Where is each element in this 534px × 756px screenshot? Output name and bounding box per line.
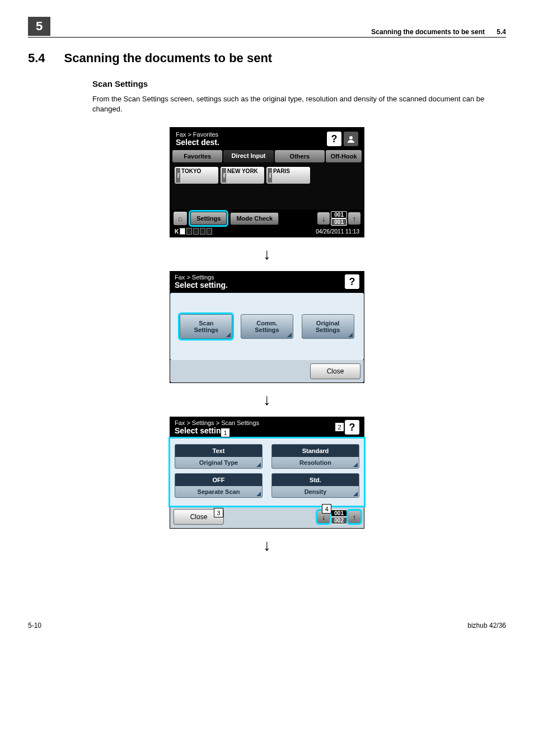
section-number: 5.4 <box>28 51 45 66</box>
close-button[interactable]: Close <box>310 363 360 379</box>
mem-top: 001 <box>331 510 347 517</box>
panel-heading: Select setting. <box>175 281 228 290</box>
comm-l2: Settings <box>255 326 279 333</box>
toner-status: K <box>175 228 212 235</box>
memory-counter: 001 001 <box>331 211 347 226</box>
arrow-down-icon: ↓ <box>263 245 271 263</box>
fax-tag-icon: fax <box>268 168 272 183</box>
help-icon[interactable]: ? <box>345 274 359 289</box>
mode-check-button[interactable]: Mode Check <box>230 212 279 225</box>
comm-settings-button[interactable]: Comm. Settings <box>241 314 293 339</box>
resolution-button[interactable]: Standard Resolution <box>271 444 359 469</box>
mem-bot: 002 <box>331 517 347 524</box>
density-button[interactable]: Std. Density <box>271 473 359 498</box>
toner-label: K <box>175 228 179 235</box>
chapter-badge: 5 <box>28 17 50 36</box>
panel-heading: Select dest. <box>176 138 219 147</box>
memory-counter: 001 002 <box>331 510 347 524</box>
favorite-paris[interactable]: fax PARIS <box>266 167 310 184</box>
favorite-newyork[interactable]: fax NEW YORK <box>221 167 264 184</box>
scan-l1: Scan <box>199 320 213 326</box>
help-icon[interactable]: ? <box>345 420 359 435</box>
tab-favorites[interactable]: Favorites <box>172 150 222 162</box>
page-down-icon[interactable]: ↓ <box>317 212 330 225</box>
fax-settings-panel: Fax > Settings Select setting. ? Scan Se… <box>170 271 364 383</box>
original-settings-button[interactable]: Original Settings <box>302 314 354 339</box>
callout-4: 4 <box>322 504 331 514</box>
model-name: bizhub 42/36 <box>467 622 506 629</box>
header-section: 5.4 <box>496 28 506 36</box>
breadcrumb: Fax > Settings > Scan Settings <box>175 419 259 426</box>
original-type-label: Original Type <box>175 457 262 468</box>
mem-bot: 001 <box>331 218 347 226</box>
home-icon[interactable]: ⌂ <box>174 212 187 225</box>
datetime: 04/26/2011 11:13 <box>316 228 359 235</box>
tab-off-hook[interactable]: Off-Hook <box>326 150 362 162</box>
help-icon[interactable]: ? <box>327 132 341 146</box>
comm-l1: Comm. <box>256 320 277 326</box>
body-text: From the Scan Settings screen, settings … <box>92 94 495 114</box>
favorite-tokyo[interactable]: fax TOKYO <box>175 167 218 184</box>
settings-button[interactable]: Settings <box>190 212 227 225</box>
breadcrumb: Fax > Favorites <box>176 131 219 138</box>
fax-tag-icon: fax <box>176 168 180 183</box>
orig-l1: Original <box>316 320 340 326</box>
scan-l2: Settings <box>194 326 218 333</box>
subtitle: Scan Settings <box>92 79 506 88</box>
svg-point-0 <box>349 136 353 139</box>
original-type-button[interactable]: Text Original Type <box>175 444 263 469</box>
arrow-down-icon: ↓ <box>263 391 271 409</box>
page-up-icon[interactable]: ↑ <box>348 511 360 523</box>
fav-label: TOKYO <box>181 168 201 174</box>
density-label: Density <box>272 486 359 497</box>
separate-scan-value: OFF <box>175 474 262 486</box>
scan-settings-button[interactable]: Scan Settings <box>180 314 232 339</box>
scan-settings-detail-panel: Fax > Settings > Scan Settings Select se… <box>170 417 364 529</box>
fav-label: NEW YORK <box>227 168 258 174</box>
panel-heading: Select setting. <box>175 426 259 435</box>
separate-scan-label: Separate Scan <box>175 486 262 497</box>
callout-3: 3 <box>214 508 223 517</box>
section-text: Scanning the documents to be sent <box>64 51 273 66</box>
original-type-value: Text <box>175 445 262 457</box>
breadcrumb: Fax > Settings <box>175 274 228 281</box>
callout-2: 2 <box>335 422 344 432</box>
header-right: Scanning the documents to be sent 5.4 <box>371 28 506 36</box>
section-title: 5.4 Scanning the documents to be sent <box>28 51 506 66</box>
page-header: 5 Scanning the documents to be sent 5.4 <box>28 17 506 38</box>
density-value: Std. <box>272 474 359 486</box>
fav-label: PARIS <box>273 168 290 174</box>
resolution-value: Standard <box>272 445 359 457</box>
login-icon[interactable] <box>344 132 358 146</box>
separate-scan-button[interactable]: OFF Separate Scan <box>175 473 263 498</box>
fax-tag-icon: fax <box>222 168 226 183</box>
callout-1: 1 <box>221 428 230 437</box>
header-title: Scanning the documents to be sent <box>371 28 485 36</box>
tab-direct-input[interactable]: Direct Input <box>223 150 273 162</box>
resolution-label: Resolution <box>272 457 359 468</box>
mem-top: 001 <box>331 211 347 218</box>
orig-l2: Settings <box>316 326 340 333</box>
tab-others[interactable]: Others <box>275 150 325 162</box>
arrow-down-icon: ↓ <box>263 536 271 554</box>
page-footer: 5-10 bizhub 42/36 <box>28 622 506 629</box>
page-number: 5-10 <box>28 622 41 629</box>
fax-favorites-panel: Fax > Favorites Select dest. ? Favorites… <box>170 127 364 237</box>
page-up-icon[interactable]: ↑ <box>348 212 360 225</box>
